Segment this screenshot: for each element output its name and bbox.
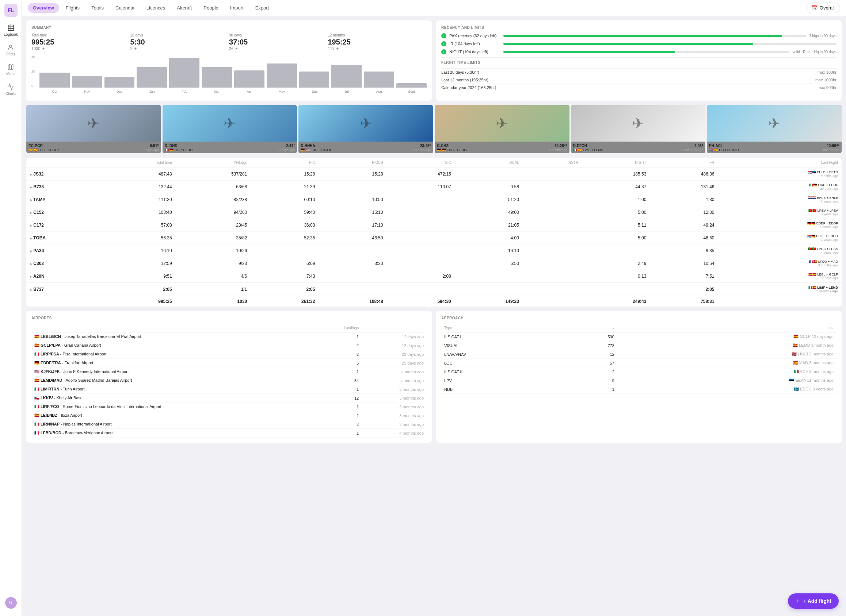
list-item[interactable]: 🇪🇸 LEBL/BCN - Josep Tarradellas Barcelon… bbox=[31, 333, 427, 341]
chart-bar bbox=[234, 70, 265, 88]
sidebar-logbook-label: Logbook bbox=[4, 32, 18, 37]
ac-sic: 2:08 bbox=[387, 270, 455, 283]
aircraft-photo: ✈ bbox=[571, 105, 706, 142]
aircraft-photo-card[interactable]: ✈ D-EFGH • B737 2:051 🇮🇹 🇪🇸 LIMF + LEMD … bbox=[571, 105, 706, 153]
list-item[interactable]: ILS CAT I 500 🇪🇸 GCLP 12 days ago bbox=[441, 333, 837, 341]
nav-people[interactable]: People bbox=[199, 3, 223, 13]
list-item[interactable]: LOC 57 🇪🇸 MAD 3 months ago bbox=[441, 359, 837, 368]
ac-picus bbox=[319, 283, 387, 296]
chart-bar bbox=[331, 65, 362, 88]
ac-sic bbox=[387, 232, 455, 245]
table-row[interactable]: ▶ TOBA 56:35 35/82 52:35 46:50 4:00 5:00… bbox=[26, 232, 842, 245]
sidebar-item-pilots[interactable]: Pilots bbox=[6, 44, 15, 56]
table-row[interactable]: ▶ JS32 487:43 537/281 15:28 15:28 472:15… bbox=[26, 168, 842, 180]
airport-ago: 3 months ago bbox=[362, 411, 427, 420]
list-item[interactable]: ILS CAT III 2 🇮🇹 VCE 3 months ago bbox=[441, 368, 837, 376]
aircraft-photo-card[interactable]: ✈ EC-PGR • A20N 9:516 🇪🇸 🇪🇸 LEBL + GCLP … bbox=[26, 105, 161, 153]
table-row[interactable]: ▶ PA34 16:10 10/26 16:10 9:35 🇵🇹🇵🇹 LPCS … bbox=[26, 245, 842, 257]
list-item[interactable]: 🇪🇸 GCLP/LPA - Gran Canaria Airport 2 12 … bbox=[31, 341, 427, 350]
nav-export[interactable]: Export bbox=[250, 3, 274, 13]
nav-totals[interactable]: Totals bbox=[86, 3, 109, 13]
aircraft-photo-card[interactable]: ✈ D-IDHD • B738 2:417 🇮🇹 🇩🇪 LIRP + EDDF … bbox=[163, 105, 297, 153]
airport-name: 🇫🇷 LFBD/BOD - Bordeaux-Mérignac Airport bbox=[31, 429, 317, 437]
airports-col-ago bbox=[362, 324, 427, 333]
limit-value: max 900hr bbox=[818, 85, 837, 90]
aircraft-photo-card[interactable]: ✈ D-HHHA • B738 23:456 🇩🇪 🇺🇸 EDDF + KJFK… bbox=[299, 105, 433, 153]
airport-name: 🇪🇸 LEMD/MAD - Adolfo Suárez Madrid-Baraj… bbox=[31, 376, 317, 385]
ac-total: 56:35 bbox=[101, 232, 176, 245]
ac-night bbox=[582, 245, 650, 257]
list-item[interactable]: NDB 1 🇸🇪 ESOH 3 years ago bbox=[441, 385, 837, 394]
aircraft-table-card: Total time#F/LdgsPICPICUSSICDUALINSTRNIG… bbox=[26, 158, 842, 307]
table-row[interactable]: ▶ B737 2:05 1/1 2:05 2:05 🇮🇹🇪🇸 LIMF + LE… bbox=[26, 283, 842, 296]
list-item[interactable]: 🇮🇹 LIRF/FCO - Rome-Fiumicino Leonardo da… bbox=[31, 402, 427, 411]
list-item[interactable]: 🇫🇷 LFBD/BOD - Bordeaux-Mérignac Airport … bbox=[31, 429, 427, 437]
list-item[interactable]: VISUAL 773 🇪🇸 LEMD a month ago bbox=[441, 341, 837, 350]
table-row[interactable]: ▶ TAMP 111:30 82/238 60:10 10:50 51:20 1… bbox=[26, 194, 842, 206]
overall-button[interactable]: 📅 Overall bbox=[806, 3, 840, 13]
photo-flags: 🇩🇪 🇩🇪 EDDF + EDDF bbox=[437, 148, 468, 152]
table-header-cell: INSTR bbox=[523, 158, 582, 168]
chart-label: Feb bbox=[169, 90, 199, 94]
approach-count: 57 bbox=[562, 359, 617, 368]
approach-count: 773 bbox=[562, 341, 617, 350]
ac-name: ▶ JS32 bbox=[26, 168, 101, 180]
photo-type: • B738 bbox=[316, 144, 326, 148]
list-item[interactable]: 🇪🇸 LEIB/IBZ - Ibiza Airport 2 3 months a… bbox=[31, 411, 427, 420]
approach-type: ILS CAT I bbox=[441, 333, 562, 341]
list-item[interactable]: LNAV/VNAV 12 🇱🇻 LKKB 3 months ago bbox=[441, 350, 837, 359]
table-row[interactable]: ▶ A20N 9:51 4/6 7:43 2:08 0:13 7:51 🇪🇸🇪🇸… bbox=[26, 270, 842, 283]
nav-overview[interactable]: Overview bbox=[28, 3, 59, 13]
airports-title: AIRPORTS bbox=[31, 316, 427, 320]
table-row[interactable]: ▶ B738 132:44 63/68 21:39 110:07 0:58 44… bbox=[26, 180, 842, 194]
list-item[interactable]: 🇮🇹 LIRN/NAP - Naples International Airpo… bbox=[31, 420, 427, 429]
airport-name: 🇪🇸 LEBL/BCN - Josep Tarradellas Barcelon… bbox=[31, 333, 317, 341]
ac-sic bbox=[387, 245, 455, 257]
list-item[interactable]: 🇺🇸 KJFK/JFK - John F Kennedy Internation… bbox=[31, 368, 427, 376]
nav-flights[interactable]: Flights bbox=[60, 3, 85, 13]
ac-total: 2:05 bbox=[101, 283, 176, 296]
list-item[interactable]: LPV 9 🇪🇪 EEKA 11 months ago bbox=[441, 376, 837, 385]
table-header-cell bbox=[26, 158, 101, 168]
sidebar-charts-label: Charts bbox=[6, 92, 16, 95]
ac-pic: 36:03 bbox=[250, 219, 319, 232]
nav-licences[interactable]: Licences bbox=[141, 3, 170, 13]
list-item[interactable]: 🇪🇸 LEMD/MAD - Adolfo Suárez Madrid-Baraj… bbox=[31, 376, 427, 385]
chart-bar bbox=[267, 63, 297, 88]
nav-import[interactable]: Import bbox=[225, 3, 249, 13]
photo-time: 12:5923 bbox=[827, 143, 839, 148]
ac-total: 132:44 bbox=[101, 180, 176, 194]
sidebar-item-logbook[interactable]: Logbook bbox=[4, 24, 18, 37]
sidebar-item-maps[interactable]: Maps bbox=[6, 63, 15, 76]
sidebar-item-charts[interactable]: Charts bbox=[6, 83, 16, 95]
list-item[interactable]: 🇮🇹 LIMF/TRN - Turin Airport 1 3 months a… bbox=[31, 385, 427, 394]
table-row[interactable]: ▶ C172 57:08 23/45 36:03 17:10 21:05 5:1… bbox=[26, 219, 842, 232]
ac-fldgs: 537/281 bbox=[176, 168, 251, 180]
add-flight-button[interactable]: ＋ + Add flight bbox=[788, 593, 839, 609]
summary-title: SUMMARY bbox=[31, 26, 427, 29]
table-header-cell: #F/Ldgs bbox=[176, 158, 251, 168]
list-item[interactable]: 🇨🇿 LKKB/ - Kbely Air Base 12 3 months ag… bbox=[31, 394, 427, 402]
ac-instr bbox=[523, 194, 582, 206]
last-ago: 3 years ago bbox=[808, 199, 838, 203]
aircraft-photo-card[interactable]: ✈ G-CHZI • C172 32:2833 🇩🇪 🇩🇪 EDDF + EDD… bbox=[435, 105, 569, 153]
table-row[interactable]: ▶ C303 12:59 9/23 6:09 3:20 6:50 2:49 10… bbox=[26, 257, 842, 270]
recency-item: PAX recency (62 days left) 3 ldgs in 90 … bbox=[441, 33, 837, 38]
limit-value: max 100hr bbox=[818, 70, 837, 75]
page-content: SUMMARY Total time 995:25 1030 ✈ 28 days… bbox=[22, 16, 846, 616]
ac-last-flight: 🇪🇸🇪🇸 LEBL + GCLP 12 days ago bbox=[718, 270, 842, 283]
aircraft-photo: ✈ bbox=[163, 105, 297, 142]
list-item[interactable]: 🇮🇹 LIRP/PSA - Pisa International Airport… bbox=[31, 350, 427, 359]
nav-calendar[interactable]: Calendar bbox=[110, 3, 140, 13]
approach-type: VISUAL bbox=[441, 341, 562, 350]
last-route: 🇵🇹🇵🇹 LPEV + LPEV bbox=[808, 209, 838, 213]
avatar[interactable]: U bbox=[5, 597, 17, 609]
ac-night: 185:53 bbox=[582, 168, 650, 180]
summary-card: SUMMARY Total time 995:25 1030 ✈ 28 days… bbox=[26, 21, 432, 101]
list-item[interactable]: 🇩🇪 EDDF/FRA - Frankfurt Airport 5 29 day… bbox=[31, 359, 427, 368]
nav-aircraft[interactable]: Aircraft bbox=[172, 3, 197, 13]
table-row[interactable]: ▶ C152 108:40 94/260 59:40 15:10 49:00 5… bbox=[26, 206, 842, 219]
ac-ifr: 1:30 bbox=[650, 194, 718, 206]
photo-ago: 3 months ago bbox=[820, 148, 839, 152]
aircraft-photo-card[interactable]: ✈ PH-ACI • C303 12:5923 🇳🇱 🇪🇸 LFCO + MAD… bbox=[707, 105, 842, 153]
